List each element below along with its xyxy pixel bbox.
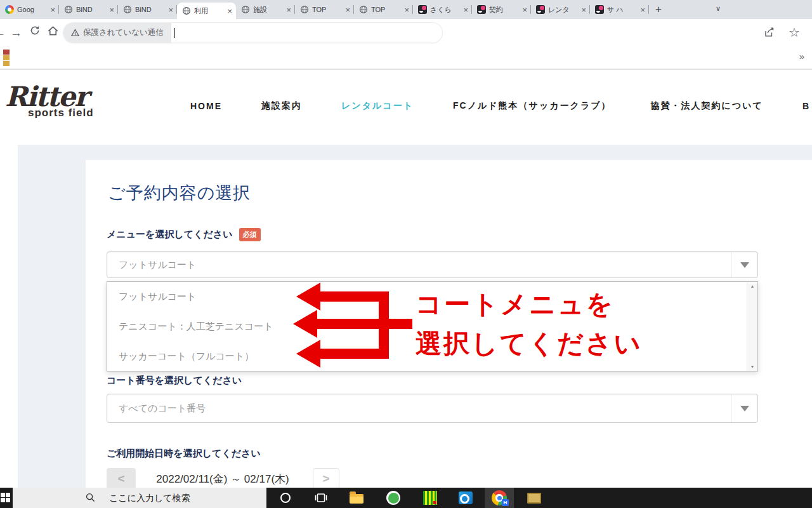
cortana-icon[interactable] [273,488,298,508]
close-icon[interactable]: × [402,5,409,15]
scroll-down-icon[interactable]: ▼ [747,364,757,369]
text-cursor [174,28,176,38]
bookmark-favicon[interactable] [3,50,10,55]
browser-tab[interactable]: さくら × [413,0,472,19]
scroll-up-icon[interactable]: ▲ [747,284,757,288]
sakura-favicon-icon [595,5,604,14]
required-badge: 必須 [239,228,261,241]
annotation-arrow-icon [296,283,320,311]
forward-icon[interactable]: → [10,25,22,41]
tab-title: サ ハ [607,5,638,15]
back-icon[interactable]: ← [0,25,6,41]
browser-tab[interactable]: レンタ × [531,0,590,19]
next-week-button[interactable]: > [313,468,339,489]
close-icon[interactable]: × [284,5,291,15]
browser-tab[interactable]: Goog × [0,0,59,19]
nav-item-sponsor[interactable]: 協賛・法人契約について [651,100,763,112]
browser-tab[interactable]: 契約 × [472,0,531,19]
tab-overflow-chevron-icon[interactable]: ∨ [716,4,721,13]
security-chip-label: 保護されていない通信 [83,27,164,38]
nav-item-facilities[interactable]: 施設案内 [261,100,302,112]
bookmarks-bar: » [0,47,812,69]
browser-tab[interactable]: TOP × [354,0,413,19]
court-number-label: コート番号を選択してください [107,375,242,387]
tab-title: TOP [371,6,402,13]
close-icon[interactable]: × [107,5,114,15]
browser-tab-active[interactable]: 利用 × [177,3,236,19]
warning-icon [71,29,79,37]
globe-favicon-icon [64,5,73,14]
logo-subtitle: sports field [28,107,94,119]
evernote-icon[interactable] [381,488,406,508]
browser-toolbar: ← → 保護されていない通信 ☆ [0,19,812,47]
site-navigation: HOME 施設案内 レンタルコート FCノルド熊本（サッカークラブ） 協賛・法人… [190,100,812,112]
file-explorer-icon[interactable] [344,488,369,508]
menu-field-label: メニューを選択してください必須 [107,228,261,241]
new-tab-button[interactable]: + [649,0,668,19]
datetime-label: ご利用開始日時を選択してください [107,448,261,460]
tab-title: 契約 [489,5,520,15]
accounting-app-icon[interactable] [417,488,443,508]
nav-item-fc-nord[interactable]: FCノルド熊本（サッカークラブ） [453,100,612,112]
sakura-favicon-icon [477,5,486,14]
bookmark-favicon[interactable] [3,55,10,60]
dropdown-arrow-icon[interactable] [731,394,757,422]
outlook-icon[interactable] [453,488,478,508]
close-icon[interactable]: × [520,5,527,15]
nav-item-home[interactable]: HOME [190,101,222,111]
annotation-arrow-icon [293,310,317,338]
close-icon[interactable]: × [343,5,350,15]
nav-item-rental-court[interactable]: レンタルコート [341,100,414,112]
home-icon[interactable] [47,25,59,41]
screen: Goog × BiND × BiND × 利用 × 施設 × TOP × [0,0,812,508]
chrome-taskbar-active[interactable]: H [485,488,514,508]
previous-week-button[interactable]: < [107,468,136,489]
browser-tab-strip: Goog × BiND × BiND × 利用 × 施設 × TOP × [0,0,812,19]
bookmark-favicon[interactable] [3,61,10,66]
bookmark-star-icon[interactable]: ☆ [789,25,800,40]
share-icon[interactable] [763,26,775,42]
browser-tab[interactable]: BiND × [118,0,177,19]
tab-title: TOP [312,6,343,13]
close-icon[interactable]: × [48,5,55,15]
toolbar-divider [0,69,812,70]
search-icon [86,493,95,502]
annotation-arrow-connector [379,291,389,359]
reload-icon[interactable] [29,25,41,40]
court-number-select[interactable]: すべてのコート番号 [107,394,758,423]
browser-tab[interactable]: サ ハ × [590,0,649,19]
menu-label-text: メニューを選択してください [107,229,233,239]
tab-title: レンタ [548,5,579,15]
browser-tab[interactable]: TOP × [295,0,354,19]
annotation-arrow-shaft [316,319,412,329]
browser-tab[interactable]: BiND × [59,0,118,19]
tab-title: Goog [17,6,48,13]
menu-select[interactable]: フットサルコート [107,251,758,278]
dropdown-scrollbar[interactable]: ▲ ▼ [747,282,757,371]
annotation-text-line1: コートメニュを [416,287,615,322]
task-view-icon[interactable] [308,488,334,508]
stamp-app-icon[interactable] [521,488,547,508]
globe-favicon-icon [359,5,368,14]
nav-item-partial[interactable]: B [802,101,810,111]
browser-tab[interactable]: 施設 × [236,0,295,19]
close-icon[interactable]: × [225,6,232,16]
security-chip[interactable]: 保護されていない通信 [63,23,171,43]
date-range-text: 2022/02/11(金) ～ 02/17(木) [136,472,310,486]
close-icon[interactable]: × [638,5,645,15]
address-bar[interactable]: 保護されていない通信 [63,23,442,43]
taskbar-search-box[interactable]: ここに入力して検索 [13,488,266,508]
sakura-favicon-icon [418,5,427,14]
bookmarks-overflow-icon[interactable]: » [799,51,804,62]
close-icon[interactable]: × [579,5,586,15]
site-logo[interactable]: Ritter sports field [5,83,94,119]
globe-favicon-icon [123,5,132,14]
start-button[interactable] [1,493,11,503]
sakura-favicon-icon [536,5,545,14]
tab-title: 利用 [194,6,225,16]
close-icon[interactable]: × [461,5,468,15]
globe-favicon-icon [182,6,191,15]
close-icon[interactable]: × [166,5,173,15]
dropdown-arrow-icon[interactable] [731,252,757,277]
menu-select-value: フットサルコート [119,259,196,271]
